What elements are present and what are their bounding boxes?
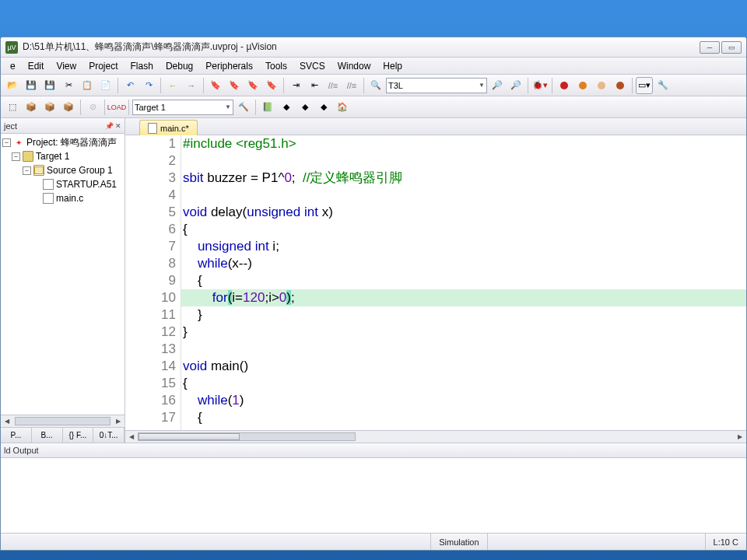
separator [203,78,204,93]
target-combo[interactable]: Target 1▼ [132,100,233,115]
separator [363,78,364,93]
books-icon[interactable]: 🏠 [334,99,351,116]
batch-icon[interactable]: 📦 [60,99,77,116]
project-tree[interactable]: − ✦ Project: 蜂鸣器滴滴声 − Target 1 − Source … [1,134,124,415]
tab-project[interactable]: P... [1,428,32,443]
menu-window[interactable]: Window [331,59,377,73]
code-editor[interactable]: 1234567891011121314151617 #include <reg5… [125,135,746,430]
menu-project[interactable]: Project [82,59,124,73]
tree-file: STARTUP.A51 [1,177,124,191]
debug-icon[interactable]: 🐞▾ [531,77,549,94]
outdent-icon[interactable]: ⇤ [306,77,323,94]
titlebar[interactable]: µV D:\51单片机\11、蜂鸣器滴滴声\蜂鸣器滴滴声.uvproj - µV… [1,37,746,58]
central-area: ject 📌✕ − ✦ Project: 蜂鸣器滴滴声 − Target 1 [1,118,746,443]
bp-kill-icon[interactable] [612,77,629,94]
rte-icon[interactable]: ◆ [315,99,332,116]
tree-project-root: − ✦ Project: 蜂鸣器滴滴声 [1,135,124,149]
menu-debug[interactable]: Debug [160,59,199,73]
tab-templates[interactable]: 0↓T... [93,428,124,443]
menu-help[interactable]: Help [377,59,409,73]
options-icon[interactable]: 🔨 [235,99,252,116]
open-icon[interactable]: 📂 [4,77,21,94]
pin-icon[interactable]: 📌 [105,122,114,130]
bookmark-prev-icon[interactable]: 🔖 [226,77,243,94]
tab-books[interactable]: B... [32,428,63,443]
close-icon[interactable]: ✕ [115,122,121,130]
filext-icon[interactable]: ◆ [278,99,295,116]
cut-icon[interactable]: ✂ [60,77,77,94]
scroll-left-icon[interactable]: ◀ [125,431,138,443]
tab-functions[interactable]: {} F... [63,428,94,443]
separator [552,78,552,93]
chevron-down-icon: ▼ [479,82,485,89]
toolbar-build: ⬚ 📦 📦 📦 ⊘ LOAD Target 1▼ 🔨 📗 ◆ ◆ ◆ 🏠 [1,96,746,118]
collapse-icon[interactable]: − [12,152,20,161]
menu-peripherals[interactable]: Peripherals [199,59,259,73]
app-icon: µV [5,41,18,54]
bp-insert-icon[interactable] [556,77,573,94]
output-panel[interactable] [1,458,746,533]
window-icon[interactable]: ▭▾ [636,77,653,94]
file-icon [43,179,54,190]
editor-hscroll[interactable]: ◀ ▶ [125,430,746,443]
bookmark-clear-icon[interactable]: 🔖 [263,77,280,94]
manage-icon[interactable]: 📗 [259,99,276,116]
bookmark-next-icon[interactable]: 🔖 [244,77,261,94]
build-icon[interactable]: 📦 [23,99,40,116]
editor-tab-main-c[interactable]: main.c* [139,120,198,135]
bookmark-icon[interactable]: 🔖 [207,77,224,94]
menu-tools[interactable]: Tools [259,59,293,73]
save-icon[interactable]: 💾 [23,77,40,94]
tree-file: main.c [1,191,124,205]
redo-icon[interactable]: ↷ [140,77,157,94]
menu-file[interactable]: e [4,59,22,73]
find-icon[interactable]: 🔍 [367,77,384,94]
minimize-button[interactable]: ─ [700,41,720,54]
file-icon [43,193,54,204]
comment-icon[interactable]: //≡ [324,77,342,94]
menu-view[interactable]: View [50,59,82,73]
saveall-icon[interactable]: 💾 [41,77,58,94]
uncomment-icon[interactable]: //≡ [343,77,360,94]
find-combo[interactable]: T3L▼ [386,78,487,93]
main-window: µV D:\51单片机\11、蜂鸣器滴滴声\蜂鸣器滴滴声.uvproj - µV… [0,37,747,551]
stop-icon[interactable]: ⊘ [84,99,101,116]
findfiles-icon[interactable]: 🔎 [489,77,506,94]
target-icon [23,151,33,162]
project-hscroll[interactable]: ◀ ▶ [1,415,124,427]
menubar[interactable]: e Edit View Project Flash Debug Peripher… [1,58,746,75]
folder-icon [33,165,44,176]
code-source[interactable]: #include <reg51.h> sbit buzzer = P1^0; /… [181,135,746,430]
menu-flash[interactable]: Flash [124,59,160,73]
fwd-icon[interactable]: → [183,77,200,94]
bp-enable-icon[interactable] [574,77,591,94]
separator [104,100,105,115]
rebuild-icon[interactable]: 📦 [41,99,58,116]
scroll-right-icon[interactable]: ▶ [734,431,746,443]
separator [528,78,528,93]
config-icon[interactable]: 🔧 [654,77,672,94]
translate-icon[interactable]: ⬚ [4,99,21,116]
incfind-icon[interactable]: 🔎 [507,77,524,94]
collapse-icon[interactable]: − [23,166,31,175]
line-gutter: 1234567891011121314151617 [125,135,181,430]
scroll-thumb[interactable] [139,433,240,440]
scroll-thumb[interactable] [15,417,110,425]
bp-disable-icon[interactable] [593,77,610,94]
menu-edit[interactable]: Edit [22,59,51,73]
scroll-right-icon[interactable]: ▶ [112,415,124,427]
collapse-icon[interactable]: − [2,138,11,147]
copy-icon[interactable]: 📋 [79,77,96,94]
pack-icon[interactable]: ◆ [296,99,314,116]
scroll-left-icon[interactable]: ◀ [1,415,13,427]
download-icon[interactable]: LOAD [108,99,125,116]
maximize-button[interactable]: ▭ [721,41,742,54]
project-panel-title[interactable]: ject 📌✕ [1,118,124,134]
back-icon[interactable]: ← [164,77,181,94]
undo-icon[interactable]: ↶ [121,77,139,94]
scroll-track[interactable] [138,432,356,441]
menu-svcs[interactable]: SVCS [293,59,331,73]
output-panel-title[interactable]: ld Output [1,443,746,458]
paste-icon[interactable]: 📄 [97,77,114,94]
indent-icon[interactable]: ⇥ [287,77,304,94]
